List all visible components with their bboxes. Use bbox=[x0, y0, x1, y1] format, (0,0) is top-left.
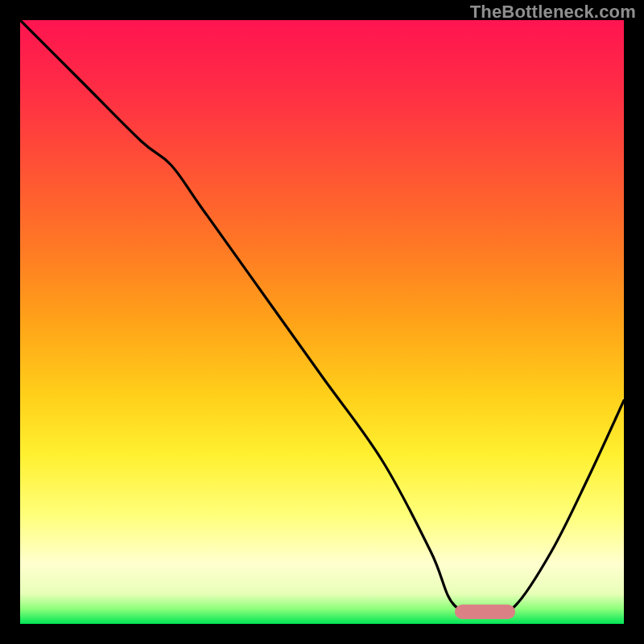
bottleneck-chart bbox=[20, 20, 624, 624]
watermark-text: TheBottleneck.com bbox=[470, 2, 636, 23]
plot-area bbox=[20, 20, 624, 624]
chart-frame: TheBottleneck.com bbox=[0, 0, 644, 644]
optimal-range-marker bbox=[455, 605, 515, 619]
